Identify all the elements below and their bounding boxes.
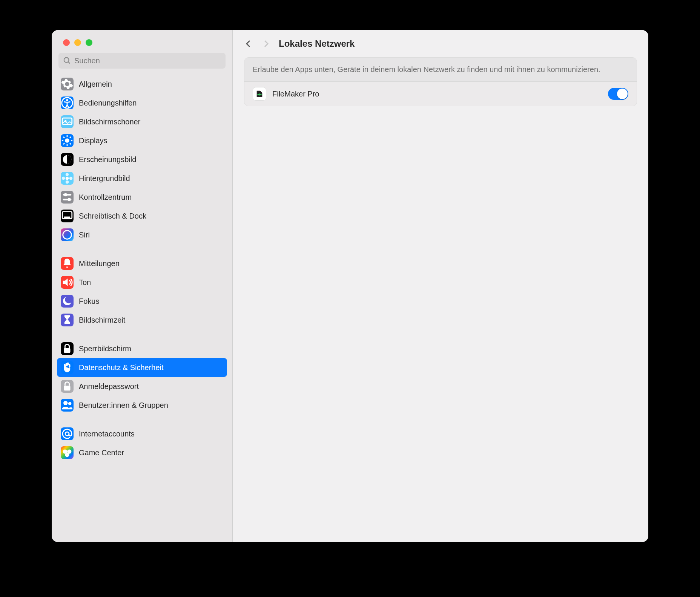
sidebar-item-datenschutz-sicherheit[interactable]: Datenschutz & Sicherheit: [57, 358, 227, 377]
permission-toggle[interactable]: [608, 88, 628, 100]
sidebar-group-separator: [57, 329, 227, 339]
sidebar-group-separator: [57, 244, 227, 254]
app-row-filemaker: FileMaker Pro: [244, 82, 637, 106]
sidebar-item-label: Siri: [79, 231, 90, 239]
sidebar-item-label: Bildschirmschoner: [79, 118, 140, 126]
sidebar-item-label: Anmeldepasswort: [79, 382, 139, 391]
sidebar-item-ton[interactable]: Ton: [57, 273, 227, 292]
app-name-label: FileMaker Pro: [272, 90, 602, 98]
bell-icon: [61, 257, 74, 270]
sidebar-item-fokus[interactable]: Fokus: [57, 292, 227, 311]
maximize-window-button[interactable]: [86, 39, 92, 46]
sidebar-item-bildschirmschoner[interactable]: Bildschirmschoner: [57, 112, 227, 131]
svg-point-16: [66, 177, 69, 180]
sidebar-item-anmeldepasswort[interactable]: Anmeldepasswort: [57, 377, 227, 396]
svg-rect-26: [64, 216, 71, 218]
siri-icon: [61, 228, 74, 241]
sidebar-item-label: Erscheinungsbild: [79, 155, 136, 164]
sidebar-item-schreibtisch-dock[interactable]: Schreibtisch & Dock: [57, 207, 227, 225]
svg-point-6: [65, 138, 69, 142]
forward-button[interactable]: [261, 39, 270, 48]
svg-point-32: [65, 432, 69, 436]
svg-rect-29: [64, 386, 71, 391]
back-button[interactable]: [244, 39, 253, 48]
hourglass-icon: [61, 314, 74, 326]
sidebar-item-bedienungshilfen[interactable]: Bedienungshilfen: [57, 93, 227, 112]
sidebar-item-label: Displays: [79, 136, 107, 145]
sidebar-item-displays[interactable]: Displays: [57, 131, 227, 150]
flower-icon: [61, 172, 74, 185]
svg-rect-4: [62, 118, 72, 124]
window-controls: [52, 30, 232, 53]
sidebar-item-label: Ton: [79, 278, 91, 287]
permissions-card: Erlaube den Apps unten, Geräte in deinem…: [244, 57, 637, 106]
sidebar-item-erscheinungsbild[interactable]: Erscheinungsbild: [57, 150, 227, 169]
users-icon: [61, 399, 74, 412]
sidebar-item-label: Allgemein: [79, 80, 112, 89]
svg-line-11: [63, 137, 64, 138]
svg-point-0: [64, 58, 69, 63]
minimize-window-button[interactable]: [74, 39, 81, 46]
svg-point-3: [66, 99, 68, 101]
sidebar-item-label: Fokus: [79, 297, 99, 306]
sidebar-item-label: Game Center: [79, 449, 124, 457]
svg-point-17: [66, 173, 69, 176]
game-icon: [61, 446, 74, 459]
svg-point-18: [66, 181, 69, 184]
sidebar-item-benutzer-gruppen[interactable]: Benutzer:innen & Gruppen: [57, 396, 227, 415]
sidebar-item-label: Benutzer:innen & Gruppen: [79, 401, 168, 410]
svg-point-27: [63, 231, 72, 239]
padlock-icon: [61, 380, 74, 393]
content-body: Erlaube den Apps unten, Geräte in deinem…: [233, 57, 648, 106]
close-window-button[interactable]: [63, 39, 70, 46]
svg-line-13: [63, 143, 64, 144]
sidebar: AllgemeinBedienungshilfenBildschirmschon…: [52, 30, 233, 542]
svg-point-19: [62, 177, 65, 180]
gear-icon: [61, 78, 74, 90]
sidebar-item-internetaccounts[interactable]: Internetaccounts: [57, 424, 227, 443]
appearance-icon: [61, 153, 74, 166]
svg-line-1: [68, 62, 70, 64]
content-pane: Lokales Netzwerk Erlaube den Apps unten,…: [233, 30, 648, 542]
svg-point-24: [68, 198, 71, 201]
sidebar-item-game-center[interactable]: Game Center: [57, 443, 227, 462]
svg-point-31: [68, 402, 72, 406]
svg-rect-28: [64, 348, 71, 353]
lock-icon: [61, 342, 74, 355]
sidebar-item-allgemein[interactable]: Allgemein: [57, 75, 227, 93]
sidebar-item-kontrollzentrum[interactable]: Kontrollzentrum: [57, 188, 227, 207]
search-container: [52, 53, 232, 75]
sidebar-item-mitteilungen[interactable]: Mitteilungen: [57, 254, 227, 273]
sidebar-item-label: Hintergrundbild: [79, 174, 130, 183]
svg-point-20: [69, 177, 73, 180]
screensaver-icon: [61, 115, 74, 128]
sidebar-item-sperrbildschirm[interactable]: Sperrbildschirm: [57, 339, 227, 358]
sidebar-item-siri[interactable]: Siri: [57, 225, 227, 244]
sidebar-nav: AllgemeinBedienungshilfenBildschirmschon…: [52, 75, 232, 542]
settings-window: AllgemeinBedienungshilfenBildschirmschon…: [52, 30, 648, 542]
svg-point-23: [64, 193, 68, 196]
sidebar-item-label: Mitteilungen: [79, 259, 120, 268]
dock-icon: [61, 210, 74, 222]
svg-line-12: [70, 143, 71, 144]
page-title: Lokales Netzwerk: [279, 38, 355, 49]
sliders-icon: [61, 191, 74, 204]
search-input[interactable]: [58, 53, 226, 69]
sidebar-item-label: Datenschutz & Sicherheit: [79, 363, 164, 372]
sidebar-item-label: Internetaccounts: [79, 430, 135, 438]
sidebar-item-label: Bildschirmzeit: [79, 316, 125, 325]
moon-icon: [61, 295, 74, 308]
accessibility-icon: [61, 96, 74, 109]
sidebar-item-label: Schreibtisch & Dock: [79, 212, 146, 220]
permissions-description: Erlaube den Apps unten, Geräte in deinem…: [244, 58, 637, 82]
content-header: Lokales Netzwerk: [233, 30, 648, 57]
sidebar-item-hintergrundbild[interactable]: Hintergrundbild: [57, 169, 227, 188]
speaker-icon: [61, 276, 74, 289]
sidebar-group-separator: [57, 415, 227, 424]
sidebar-item-label: Sperrbildschirm: [79, 344, 131, 353]
sidebar-item-bildschirmzeit[interactable]: Bildschirmzeit: [57, 311, 227, 329]
sun-icon: [61, 134, 74, 147]
hand-icon: [61, 361, 74, 374]
filemaker-app-icon: [253, 87, 266, 101]
search-icon: [63, 57, 71, 65]
